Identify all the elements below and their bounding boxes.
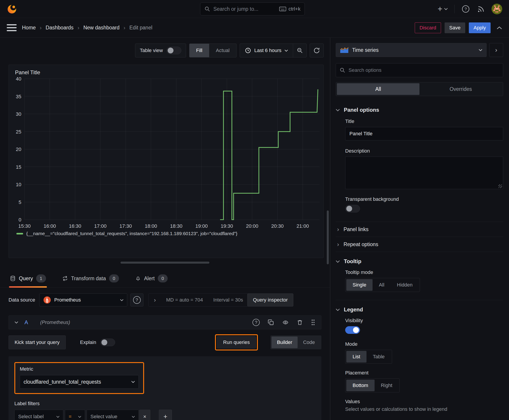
- legend-mode-table[interactable]: Table: [366, 351, 391, 363]
- repeat-options-label: Repeat options: [344, 241, 378, 248]
- svg-text:0: 0: [19, 217, 21, 223]
- explain-toggle[interactable]: [100, 338, 115, 346]
- description-textarea[interactable]: [345, 157, 503, 189]
- query-inspector-button[interactable]: Query inspector: [247, 293, 293, 307]
- breadcrumb-new-dashboard[interactable]: New dashboard: [83, 25, 119, 31]
- avatar[interactable]: [492, 4, 502, 14]
- datasource-select[interactable]: Prometheus: [39, 293, 127, 307]
- select-value-dropdown[interactable]: Select value: [87, 410, 139, 420]
- panel-links-row[interactable]: › Panel links: [336, 222, 503, 237]
- tab-alert[interactable]: Alert 0: [134, 270, 168, 287]
- time-series-chart[interactable]: 051015202530354015:3016:0016:3017:0017:3…: [9, 76, 322, 230]
- zoom-out-icon[interactable]: [293, 44, 306, 57]
- visualization-select[interactable]: Time series: [336, 43, 486, 57]
- legend-placement-label: Placement: [345, 370, 503, 376]
- builder-button[interactable]: Builder: [272, 337, 298, 348]
- add-filter-button[interactable]: +: [159, 410, 172, 420]
- explain-label: Explain: [80, 339, 96, 345]
- tooltip-section-header[interactable]: Tooltip: [336, 255, 503, 268]
- legend-values-hint: Select values or calculations to show in…: [345, 406, 503, 412]
- panel-title-input[interactable]: [349, 131, 499, 137]
- resize-corner-icon[interactable]: [498, 184, 502, 188]
- breadcrumb-separator: ›: [40, 25, 42, 31]
- builder-code-segment: Builder Code: [270, 335, 321, 349]
- tooltip-mode-single[interactable]: Single: [346, 279, 372, 291]
- menu-icon[interactable]: [7, 24, 17, 31]
- global-search-input[interactable]: Search or jump to... ctrl+k: [200, 2, 305, 15]
- datasource-help-button[interactable]: ?: [130, 293, 144, 307]
- metric-select[interactable]: cloudflared_tunnel_total_requests: [20, 375, 139, 389]
- breadcrumb: Home › Dashboards › New dashboard › Edit…: [22, 25, 152, 31]
- visualization-value: Time series: [352, 47, 379, 53]
- datasource-row: Data source Prometheus: [8, 293, 321, 307]
- kickstart-query-button[interactable]: Kick start your query: [8, 335, 66, 349]
- prometheus-icon: [43, 296, 51, 304]
- new-menu-button[interactable]: +: [438, 5, 448, 13]
- tooltip-mode-hidden[interactable]: Hidden: [391, 279, 419, 291]
- save-button[interactable]: Save: [445, 22, 465, 33]
- time-range-button[interactable]: Last 6 hours: [240, 44, 293, 57]
- legend-label[interactable]: {__name__="cloudflared_tunnel_total_requ…: [26, 231, 237, 236]
- svg-text:20:00: 20:00: [246, 223, 258, 229]
- run-queries-button[interactable]: Run queries: [217, 336, 256, 348]
- tab-transform-data[interactable]: Transform data 0: [61, 270, 120, 287]
- drag-handle-icon[interactable]: [311, 319, 315, 326]
- datasource-label: Data source: [8, 297, 35, 303]
- collapse-sidebar-button[interactable]: ›: [489, 43, 503, 57]
- query-builder: Metric cloudflared_tunnel_total_requests…: [8, 356, 321, 420]
- panel-options-section-header[interactable]: Panel options: [336, 104, 503, 116]
- query-count-badge: 1: [36, 274, 46, 283]
- discard-button[interactable]: Discard: [415, 22, 441, 33]
- query-ref-id[interactable]: A: [24, 319, 28, 326]
- operator-dropdown[interactable]: =: [65, 410, 85, 420]
- placement-bottom[interactable]: Bottom: [346, 380, 375, 391]
- panel-title[interactable]: Panel Title: [15, 69, 323, 76]
- chevron-right-icon: ›: [154, 297, 156, 304]
- breadcrumb-dashboards[interactable]: Dashboards: [46, 25, 73, 31]
- select-label-dropdown[interactable]: Select label: [14, 410, 63, 420]
- legend-visibility-toggle[interactable]: [345, 326, 360, 334]
- options-search-input[interactable]: [349, 67, 499, 73]
- query-editor-a: A (Prometheus) ?: [8, 315, 321, 420]
- tab-query[interactable]: Query 1: [9, 270, 47, 287]
- help-icon[interactable]: ?: [461, 5, 470, 13]
- trash-icon[interactable]: [297, 319, 303, 326]
- query-help-icon[interactable]: ?: [252, 319, 260, 326]
- fill-button[interactable]: Fill: [190, 44, 209, 57]
- remove-filter-button[interactable]: ×: [139, 410, 150, 420]
- tooltip-mode-all[interactable]: All: [372, 279, 390, 291]
- legend-section-header[interactable]: Legend: [336, 303, 503, 316]
- left-pane-scrollbar[interactable]: [327, 210, 329, 264]
- breadcrumb-home[interactable]: Home: [22, 25, 36, 31]
- transparent-bg-toggle[interactable]: [345, 205, 360, 212]
- svg-text:18:30: 18:30: [170, 223, 182, 229]
- tab-all[interactable]: All: [337, 83, 419, 95]
- eye-icon[interactable]: [282, 320, 289, 325]
- duplicate-icon[interactable]: [268, 319, 274, 326]
- tab-alert-label: Alert: [144, 276, 155, 282]
- table-view-toggle[interactable]: [167, 47, 181, 54]
- query-a-header[interactable]: A (Prometheus) ?: [8, 315, 321, 329]
- edit-panel-left-pane: Table view Fill Actual Last 6 hours: [0, 38, 330, 420]
- query-options-collapsed[interactable]: › MD = auto = 704 Interval = 30s: [148, 293, 261, 307]
- chevron-up-icon[interactable]: [496, 26, 502, 30]
- tab-overrides[interactable]: Overrides: [419, 83, 502, 95]
- transparent-bg-label: Transparent background: [345, 196, 503, 202]
- refresh-icon[interactable]: [310, 44, 324, 57]
- panel-resize-handle[interactable]: [121, 262, 209, 264]
- visibility-label: Visibility: [345, 318, 503, 323]
- nav-bar: Home › Dashboards › New dashboard › Edit…: [0, 18, 509, 38]
- actual-button[interactable]: Actual: [209, 44, 236, 57]
- news-rss-icon[interactable]: [477, 5, 485, 13]
- placement-right[interactable]: Right: [375, 380, 399, 391]
- code-button[interactable]: Code: [298, 337, 320, 348]
- chevron-down-icon: [56, 416, 60, 418]
- query-stats: MD = auto = 704: [166, 297, 203, 303]
- chevron-down-icon[interactable]: [15, 321, 18, 323]
- chevron-down-icon: [336, 109, 340, 111]
- apply-button[interactable]: Apply: [469, 22, 491, 33]
- grafana-logo[interactable]: [7, 4, 17, 14]
- label-filters-label: Label filters: [14, 401, 316, 406]
- legend-mode-list[interactable]: List: [346, 351, 366, 363]
- repeat-options-row[interactable]: › Repeat options: [336, 237, 503, 252]
